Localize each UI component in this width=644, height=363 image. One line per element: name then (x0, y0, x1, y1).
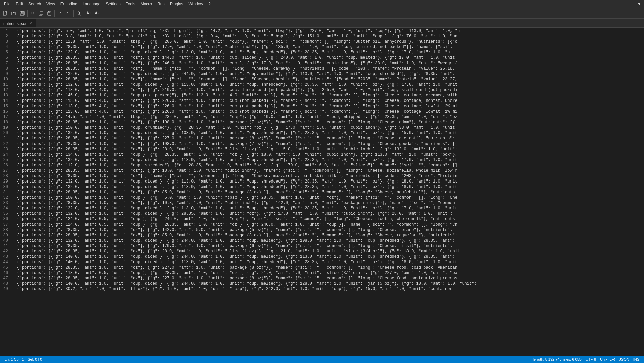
line-number: 8 (3, 66, 8, 71)
tab-nutrients[interactable]: nutrients.json ✕ (0, 19, 36, 27)
code-line: {"portions": [{"g": 28.35, "amt": 1.0, "… (11, 233, 644, 238)
tab-list-button[interactable]: ▼ (636, 1, 643, 7)
menu-language[interactable]: Language (80, 1, 103, 7)
tb-open[interactable] (10, 9, 18, 17)
line-number: 14 (3, 98, 8, 104)
svg-rect-0 (3, 11, 6, 15)
code-line: {"portions": [{"g": 140.0, "amt": 1.0, "… (11, 254, 644, 259)
line-number: 27 (3, 168, 8, 173)
menu-settings[interactable]: Settings (103, 1, 123, 7)
svg-rect-9 (48, 11, 50, 12)
line-number: 3 (3, 39, 8, 44)
code-line: {"portions": [{"g": 132.0, "amt": 1.0, "… (11, 179, 644, 184)
tb-undo[interactable]: ↩ (56, 9, 64, 17)
menu-macro[interactable]: Macro (138, 1, 155, 7)
line-number: 37 (3, 222, 8, 227)
new-tab-button[interactable]: + (628, 1, 634, 7)
code-content[interactable]: {"portions": [{"g": 5.0, "amt": 1.0, "un… (11, 28, 644, 356)
code-line: {"portions": [{"g": 132.0, "amt": 1.0, "… (11, 211, 644, 216)
line-number: 49 (3, 286, 8, 292)
line-number: 18 (3, 120, 8, 125)
menu-file[interactable]: File (1, 1, 13, 7)
line-number: 13 (3, 93, 8, 98)
code-line: {"portions": [{"g": 132.0, "amt": 1.0, "… (11, 50, 644, 55)
menu-help[interactable]: ? (206, 1, 213, 7)
tb-copy[interactable] (37, 9, 45, 17)
status-length: length: 8 192 745 lines: 6 055 (531, 357, 584, 361)
code-line: {"portions": [{"g": 28.35, "amt": 1.0, "… (11, 243, 644, 249)
tb-redo[interactable]: ↪ (64, 9, 72, 17)
line-number: 39 (3, 233, 8, 238)
code-line: {"portions": [{"g": 113.0, "amt": 4.0, "… (11, 109, 644, 114)
menubar: File Edit Search View Encoding Language … (0, 0, 644, 8)
line-number: 34 (3, 206, 8, 211)
line-number: 6 (3, 55, 8, 61)
tb-paste[interactable] (45, 9, 53, 17)
svg-rect-5 (21, 14, 24, 15)
code-line: {"portions": [{"g": 113.0, "amt": 0.5, "… (11, 270, 644, 276)
app: File Edit Search View Encoding Language … (0, 0, 644, 363)
code-line: {"portions": [{"g": 28.35, "amt": 1.0, "… (11, 249, 644, 254)
menu-search[interactable]: Search (26, 1, 44, 7)
tb-zoomin[interactable]: A+ (85, 9, 93, 17)
tb-find[interactable] (75, 9, 83, 17)
menu-window[interactable]: Window (186, 1, 206, 7)
code-line: {"portions": [{"g": 113.0, "amt": 4.0, "… (11, 87, 644, 93)
code-line: {"portions": [{"g": 112.0, "amt": 1.0, "… (11, 163, 644, 168)
line-number: 21 (3, 136, 8, 141)
code-line: {"portions": [{"g": 28.35, "amt": 1.0, "… (11, 147, 644, 152)
line-number: 41 (3, 243, 8, 249)
code-line: {"portions": [{"g": 132.0, "amt": 1.0, "… (11, 71, 644, 77)
code-line: {"portions": [{"g": 28.35, "amt": 1.0, "… (11, 265, 644, 270)
line-number: 35 (3, 211, 8, 216)
code-line: {"portions": [{"g": 28.35, "amt": 1.0, "… (11, 276, 644, 281)
toolbar: ✂ ↩ ↪ A+ A- (0, 8, 644, 19)
code-line: {"portions": [{"g": 28.35, "amt": 1.0, "… (11, 168, 644, 173)
code-line: {"portions": [{"g": 28.35, "amt": 1.0, "… (11, 44, 644, 50)
line-number: 1 (3, 28, 8, 34)
tb-save[interactable] (18, 9, 26, 17)
menu-view[interactable]: View (44, 1, 58, 7)
line-number: 26 (3, 163, 8, 168)
line-number: 46 (3, 270, 8, 276)
line-number: 36 (3, 216, 8, 222)
code-line: {"portions": [{"g": 28.35, "amt": 1.0, "… (11, 66, 644, 71)
menu-plugins[interactable]: Plugins (167, 1, 186, 7)
code-line: {"portions": [{"g": 132.0, "amt": 1.0, "… (11, 82, 644, 87)
code-line: {"portions": [{"g": 28.35, "amt": 1.0, "… (11, 77, 644, 82)
status-encoding[interactable]: UTF-8 (584, 357, 598, 361)
tb-sep-2 (54, 10, 55, 17)
line-number: 28 (3, 173, 8, 179)
line-number: 2 (3, 34, 8, 39)
tb-zoomout[interactable]: A- (93, 9, 101, 17)
status-ins: INS (631, 357, 641, 361)
line-numbers: 1234567891011121314151617181920212223242… (0, 28, 11, 356)
line-number: 12 (3, 87, 8, 93)
line-number: 48 (3, 281, 8, 286)
svg-line-11 (79, 14, 81, 15)
code-line: {"portions": [{"g": 28.35, "amt": 1.0, "… (11, 173, 644, 179)
statusbar: Ln: 1 Col: 1 Sel: 0 | 0 length: 8 192 74… (0, 356, 644, 363)
code-line: {"portions": [{"g": 132.0, "amt": 1.0, "… (11, 184, 644, 190)
tb-new[interactable] (1, 9, 9, 17)
line-number: 30 (3, 184, 8, 190)
status-type[interactable]: JSON (617, 357, 631, 361)
code-line: {"portions": [{"g": 28.35, "amt": 1.0, "… (11, 227, 644, 233)
code-line: {"portions": [{"g": 140.0, "amt": 1.0, "… (11, 281, 644, 286)
line-number: 11 (3, 82, 8, 87)
menu-encoding[interactable]: Encoding (58, 1, 80, 7)
tab-close-button[interactable]: ✕ (29, 21, 32, 26)
status-eol[interactable]: Unix (LF) (598, 357, 617, 361)
line-number: 29 (3, 179, 8, 184)
tb-cut[interactable]: ✂ (29, 9, 37, 17)
tb-sep-3 (73, 10, 74, 17)
code-line: {"portions": [{"g": 132.0, "amt": 1.0, "… (11, 206, 644, 211)
code-line: {"portions": [{"g": 124.0, "amt": 0.5, "… (11, 216, 644, 222)
tabbar: nutrients.json ✕ (0, 19, 644, 28)
menu-edit[interactable]: Edit (13, 1, 26, 7)
menu-tools[interactable]: Tools (123, 1, 138, 7)
line-number: 25 (3, 157, 8, 163)
line-number: 42 (3, 249, 8, 254)
menu-run[interactable]: Run (155, 1, 167, 7)
line-number: 17 (3, 114, 8, 120)
